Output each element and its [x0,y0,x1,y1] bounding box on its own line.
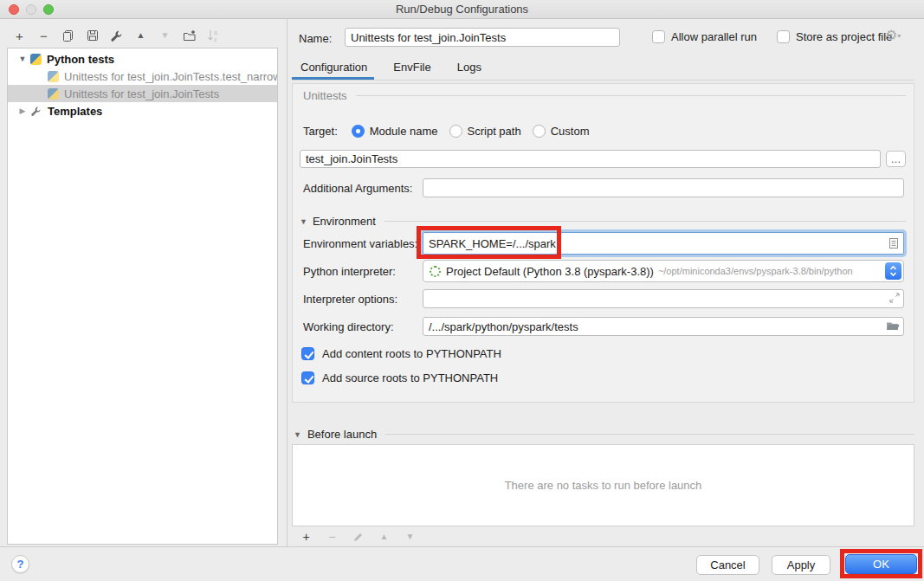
store-options-gear-icon[interactable]: ⚙▾ [885,27,901,43]
help-button[interactable]: ? [11,555,29,573]
tab-configuration[interactable]: Configuration [300,61,367,74]
interpreter-options-input[interactable] [423,289,904,308]
custom-radio[interactable] [533,125,546,138]
allow-parallel-run-checkbox[interactable] [652,30,665,43]
configurations-toolbar: + − ▲ ▼ az [12,27,221,44]
name-input[interactable] [345,28,620,47]
working-directory-row: Working directory: [303,317,904,336]
name-field-wrap [345,28,620,47]
apply-button[interactable]: Apply [772,555,830,575]
add-source-roots-label: Add source roots to PYTHONPATH [322,371,498,384]
svg-text:z: z [214,36,217,42]
copy-configuration-icon[interactable] [61,29,75,43]
python-test-icon [48,71,59,82]
store-as-project-file-option[interactable]: Store as project file [777,30,892,43]
browse-folder-icon[interactable] [886,320,900,334]
python-interpreter-label: Python interpreter: [303,265,423,278]
save-configuration-icon[interactable] [85,29,100,43]
python-interpreter-path: ~/opt/miniconda3/envs/pyspark-3.8/bin/py… [658,266,853,276]
python-interpreter-value: Project Default (Python 3.8 (pyspark-3.8… [446,265,654,278]
group-divider [385,434,914,435]
tree-item-unittests-test-narrow[interactable]: Unittests for test_join.JoinTests.test_n… [8,68,277,85]
before-launch-task-list: There are no tasks to run before launch [292,444,914,526]
tab-envfile[interactable]: EnvFile [393,61,430,74]
expander-open-icon[interactable]: ▼ [15,55,30,63]
script-path-label: Script path [468,125,521,138]
move-task-down-button[interactable]: ▼ [403,530,417,545]
additional-arguments-input[interactable] [423,178,904,197]
store-as-project-file-label: Store as project file [796,30,892,43]
python-tests-icon [30,54,42,65]
add-task-button[interactable]: + [299,530,313,545]
target-field-wrap [300,150,881,168]
ok-button[interactable]: OK [845,554,917,574]
cancel-button[interactable]: Cancel [696,555,759,575]
edit-templates-icon[interactable] [109,29,124,43]
edit-variables-icon[interactable] [888,237,899,249]
add-configuration-button[interactable]: + [12,29,27,43]
expander-closed-icon[interactable]: ▶ [15,107,30,115]
move-down-button[interactable]: ▼ [158,29,172,43]
configuration-form: Unittests Target: Module name Script pat… [292,83,914,403]
working-directory-input[interactable] [423,317,904,336]
environment-group-header[interactable]: ▼ Environment [300,215,906,228]
sort-configurations-icon[interactable]: az [206,29,221,43]
configurations-tree: ▼ Python tests Unittests for test_join.J… [7,48,278,545]
collapse-triangle-icon[interactable]: ▼ [300,217,307,226]
tree-item-python-tests[interactable]: ▼ Python tests [8,50,277,68]
window-title: Run/Debug Configurations [0,3,924,16]
expand-field-icon[interactable] [889,293,900,306]
interpreter-options-row: Interpreter options: [303,289,904,308]
move-task-up-button[interactable]: ▲ [377,530,391,545]
tree-item-templates[interactable]: ▶ Templates [8,102,277,119]
tree-group-label: Templates [48,105,102,118]
before-launch-header[interactable]: ▼ Before launch [294,428,914,441]
module-name-label: Module name [370,125,438,138]
add-content-roots-checkbox[interactable] [301,347,314,360]
group-divider [356,95,906,96]
module-name-radio[interactable] [352,125,365,138]
add-source-roots-option[interactable]: Add source roots to PYTHONPATH [301,371,498,384]
dropdown-stepper-icon[interactable] [885,262,901,280]
new-folder-icon[interactable] [182,29,197,43]
tree-item-unittests-jointests[interactable]: Unittests for test_join.JoinTests [8,85,277,102]
additional-arguments-row: Additional Arguments: [303,178,904,197]
move-up-button[interactable]: ▲ [133,29,148,43]
interpreter-env-icon [430,266,441,277]
additional-arguments-label: Additional Arguments: [303,182,423,195]
environment-variables-field [423,232,904,255]
footer-divider [0,546,924,547]
add-content-roots-label: Add content roots to PYTHONPATH [322,347,501,360]
allow-parallel-run-option[interactable]: Allow parallel run [652,30,757,43]
name-label: Name: [299,32,332,45]
tab-bar: Configuration EnvFile Logs [300,61,481,74]
script-path-radio[interactable] [449,125,462,138]
environment-variables-input[interactable] [423,237,888,250]
remove-configuration-button[interactable]: − [36,29,51,43]
working-directory-label: Working directory: [303,320,423,333]
add-content-roots-option[interactable]: Add content roots to PYTHONPATH [301,347,501,360]
browse-target-button[interactable]: … [886,151,906,167]
svg-text:a: a [214,29,217,36]
target-option-module-name[interactable]: Module name [352,125,438,138]
add-source-roots-checkbox[interactable] [301,371,314,384]
target-option-custom[interactable]: Custom [533,125,590,138]
store-as-project-file-checkbox[interactable] [777,30,790,43]
remove-task-button[interactable]: − [325,530,339,545]
edit-task-icon[interactable] [351,530,365,545]
panel-divider [287,19,288,546]
custom-label: Custom [551,125,590,138]
title-bar: Run/Debug Configurations [0,0,924,19]
target-row: Target: Module name Script path Custom [303,122,600,139]
python-test-icon [48,88,59,100]
templates-wrench-icon [30,106,42,117]
collapse-triangle-icon[interactable]: ▼ [294,430,301,439]
target-option-script-path[interactable]: Script path [449,125,521,138]
interpreter-options-label: Interpreter options: [303,293,423,306]
python-interpreter-dropdown[interactable]: Project Default (Python 3.8 (pyspark-3.8… [423,260,904,282]
tab-logs[interactable]: Logs [457,61,481,74]
environment-variables-row: Environment variables: [303,232,904,255]
environment-variables-label: Environment variables: [303,237,423,250]
environment-group-label: Environment [313,215,376,228]
target-input[interactable] [300,150,881,168]
